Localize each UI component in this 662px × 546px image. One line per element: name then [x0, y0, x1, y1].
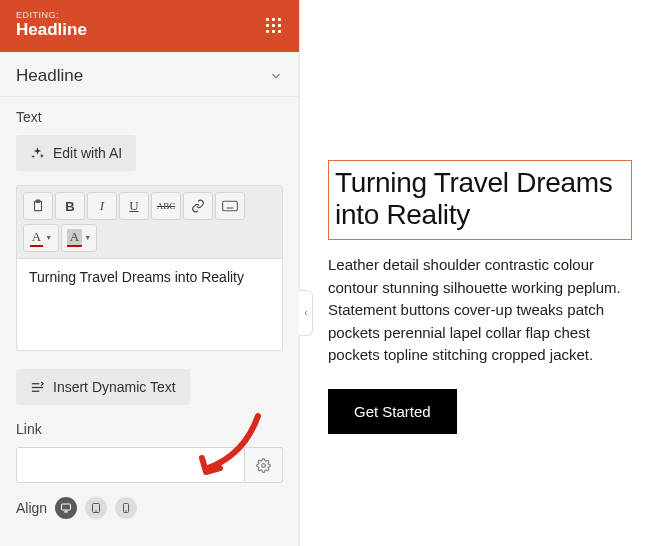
- clipboard-icon: [31, 199, 45, 213]
- chevron-left-icon: [302, 307, 310, 319]
- svg-rect-12: [62, 504, 71, 510]
- sparkle-icon: [30, 146, 45, 161]
- preview-body-text: Leather detail shoulder contrastic colou…: [328, 254, 632, 367]
- link-icon: [191, 199, 205, 213]
- block-name: Headline: [16, 20, 87, 40]
- section-title: Headline: [16, 66, 83, 86]
- italic-button[interactable]: I: [87, 192, 117, 220]
- paste-button[interactable]: [23, 192, 53, 220]
- edit-with-ai-button[interactable]: Edit with AI: [16, 135, 136, 171]
- edit-with-ai-label: Edit with AI: [53, 145, 122, 161]
- link-settings-button[interactable]: [245, 447, 283, 483]
- bg-color-button[interactable]: A▼: [61, 224, 97, 252]
- collapse-panel-handle[interactable]: [299, 290, 313, 336]
- dynamic-text-icon: [30, 380, 45, 395]
- device-mobile-button[interactable]: [115, 497, 137, 519]
- bold-button[interactable]: B: [55, 192, 85, 220]
- desktop-icon: [60, 502, 72, 514]
- insert-dynamic-text-label: Insert Dynamic Text: [53, 379, 176, 395]
- link-field-label: Link: [16, 421, 283, 437]
- align-row: Align: [16, 497, 283, 519]
- strikethrough-button[interactable]: ABC: [151, 192, 181, 220]
- svg-point-16: [96, 511, 97, 512]
- text-color-button[interactable]: A▼: [23, 224, 59, 252]
- link-row: [16, 447, 283, 483]
- text-field-label: Text: [16, 109, 283, 125]
- chevron-down-icon: [269, 69, 283, 83]
- svg-point-11: [262, 463, 266, 467]
- preview-headline[interactable]: Turning Travel Dreams into Reality: [328, 160, 632, 240]
- mobile-icon: [120, 502, 132, 514]
- headline-text-editor[interactable]: Turning Travel Dreams into Reality: [16, 259, 283, 351]
- keyboard-icon: [222, 200, 238, 212]
- tablet-icon: [90, 502, 102, 514]
- link-button[interactable]: [183, 192, 213, 220]
- bg-color-glyph: A: [67, 229, 82, 247]
- device-desktop-button[interactable]: [55, 497, 77, 519]
- section-header[interactable]: Headline: [0, 52, 299, 97]
- panel-header: EDITING: Headline: [0, 0, 299, 52]
- device-tablet-button[interactable]: [85, 497, 107, 519]
- editing-label: EDITING:: [16, 10, 87, 20]
- text-color-glyph: A: [30, 229, 43, 247]
- link-input[interactable]: [16, 447, 245, 483]
- modules-grid-icon[interactable]: [263, 15, 283, 35]
- cta-button[interactable]: Get Started: [328, 389, 457, 434]
- svg-rect-2: [223, 201, 238, 210]
- editor-panel: EDITING: Headline Headline Text Edit wit…: [0, 0, 300, 546]
- svg-rect-1: [36, 200, 40, 202]
- preview-canvas: Turning Travel Dreams into Reality Leath…: [300, 0, 662, 546]
- insert-dynamic-text-button[interactable]: Insert Dynamic Text: [16, 369, 190, 405]
- rich-text-toolbar: B I U ABC A▼ A▼: [16, 185, 283, 259]
- svg-point-18: [126, 511, 127, 512]
- keyboard-button[interactable]: [215, 192, 245, 220]
- panel-body: Text Edit with AI B I U ABC: [0, 97, 299, 546]
- gear-icon: [256, 458, 271, 473]
- align-label: Align: [16, 500, 47, 516]
- underline-button[interactable]: U: [119, 192, 149, 220]
